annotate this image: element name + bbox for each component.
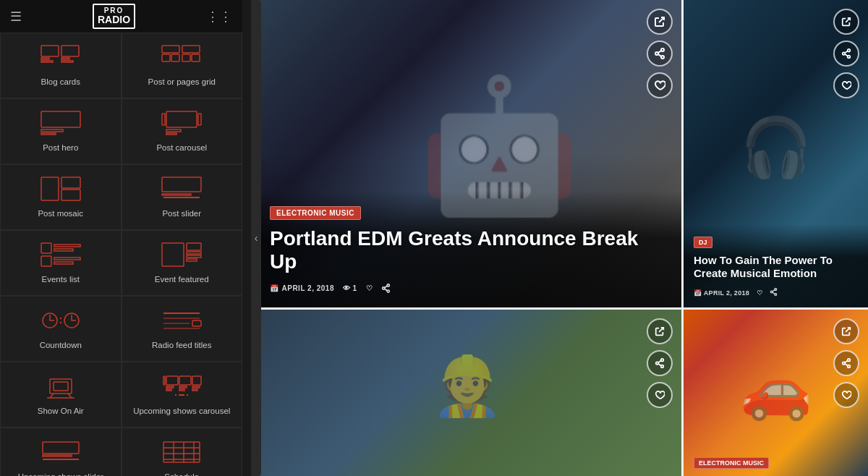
svg-point-80 [655, 52, 658, 55]
show-on-air-icon [39, 373, 82, 400]
side-like[interactable]: ♡ [757, 289, 762, 297]
sidebar-item-post-mosaic[interactable]: Post mosaic [0, 164, 122, 230]
svg-rect-2 [41, 61, 53, 62]
hero-card-actions [647, 9, 673, 98]
svg-rect-35 [187, 243, 201, 250]
svg-point-96 [771, 291, 773, 293]
schedule-icon [160, 438, 203, 466]
sidebar-item-label: Post carousel [156, 143, 207, 153]
svg-point-95 [775, 289, 777, 291]
svg-rect-58 [166, 389, 171, 391]
svg-point-103 [661, 365, 664, 368]
side-share-button[interactable] [833, 41, 859, 67]
svg-rect-7 [182, 46, 200, 53]
sidebar-item-upcoming-carousel[interactable]: Upcoming shows carousel [122, 362, 243, 428]
sidebar-item-label: Upcoming shows slider [18, 472, 103, 476]
svg-rect-62 [192, 389, 197, 391]
radio-feed-icon [160, 307, 203, 334]
sidebar-item-post-grid[interactable]: Post or pages grid [122, 33, 243, 98]
svg-line-106 [846, 328, 850, 332]
hero-link-button[interactable] [647, 9, 673, 35]
svg-rect-30 [54, 249, 73, 251]
sidebar-header: ☰ PRO RADIO ⋮⋮ [0, 0, 242, 33]
hero-title: Portland EDM Greats Announce Break Up [270, 227, 664, 273]
upcoming-slider-icon [39, 438, 82, 466]
event-featured-icon [160, 241, 203, 268]
svg-line-99 [773, 292, 775, 294]
sidebar-item-post-carousel[interactable]: Post carousel [122, 98, 243, 164]
hero-likes[interactable]: ♡ [366, 284, 373, 292]
svg-rect-32 [54, 258, 80, 260]
svg-line-89 [846, 18, 850, 22]
post-hero-icon [39, 109, 82, 137]
svg-rect-15 [166, 111, 197, 127]
hero-overlay: ELECTRONIC MUSIC Portland EDM Greats Ann… [252, 191, 681, 307]
sidebar-item-radio-feed[interactable]: Radio feed titles [122, 296, 243, 362]
sidebar-item-show-on-air[interactable]: Show On Air [0, 362, 122, 428]
bottom-right-link-button[interactable] [833, 318, 859, 344]
sidebar-item-label: Post hero [43, 143, 78, 153]
svg-line-83 [658, 54, 661, 56]
side-like-button[interactable] [833, 72, 859, 98]
post-carousel-icon [160, 109, 203, 137]
upcoming-carousel-icon [160, 373, 203, 400]
bottom-right-share-button[interactable] [833, 350, 859, 376]
svg-rect-18 [166, 129, 181, 132]
svg-rect-8 [162, 54, 170, 61]
side-link-button[interactable] [833, 9, 859, 35]
svg-rect-1 [41, 58, 49, 59]
bottom-left-share-button[interactable] [647, 350, 673, 376]
hero-card: ELECTRONIC MUSIC Portland EDM Greats Ann… [252, 0, 681, 307]
calendar-icon: 📅 [270, 284, 279, 292]
svg-rect-68 [53, 455, 61, 456]
hero-views[interactable]: 👁 1 [343, 284, 357, 292]
countdown-icon [39, 307, 82, 334]
svg-rect-12 [41, 111, 80, 127]
svg-rect-26 [182, 194, 191, 195]
sidebar-grid: Blog cards Post or pages grid [0, 33, 242, 476]
post-mosaic-icon [39, 175, 82, 203]
svg-rect-13 [41, 129, 63, 132]
bottom-right-like-button[interactable] [833, 382, 859, 408]
bottom-left-like-button[interactable] [647, 382, 673, 408]
hero-shares[interactable] [381, 284, 391, 293]
post-slider-icon [160, 175, 203, 203]
sidebar-item-schedule[interactable]: Schedule [122, 428, 243, 476]
side-share[interactable] [770, 288, 778, 297]
svg-rect-5 [61, 61, 73, 62]
svg-rect-53 [166, 376, 178, 385]
svg-rect-31 [41, 256, 51, 266]
sidebar-item-post-slider[interactable]: Post slider [122, 164, 243, 230]
grid-icon[interactable]: ⋮⋮ [206, 9, 232, 25]
sidebar-item-upcoming-slider[interactable]: Upcoming shows slider [0, 428, 122, 476]
hamburger-icon[interactable]: ☰ [10, 9, 22, 25]
hero-like-button[interactable] [647, 72, 673, 98]
svg-rect-4 [61, 58, 69, 59]
bottom-right-tag: ELECTRONIC MUSIC [694, 457, 769, 469]
eye-icon: 👁 [343, 284, 351, 292]
svg-rect-33 [54, 262, 73, 264]
main-content: ELECTRONIC MUSIC Portland EDM Greats Ann… [252, 0, 868, 476]
svg-rect-66 [43, 442, 79, 454]
bottom-left-link-button[interactable] [647, 318, 673, 344]
sidebar-item-post-hero[interactable]: Post hero [0, 98, 122, 164]
sidebar-item-events-list[interactable]: Events list [0, 230, 122, 296]
logo: PRO RADIO [93, 4, 135, 28]
svg-rect-46 [192, 320, 201, 326]
svg-point-79 [661, 48, 664, 51]
sidebar-item-blog-cards[interactable]: Blog cards [0, 33, 122, 98]
sidebar-item-event-featured[interactable]: Event featured [122, 230, 243, 296]
svg-rect-0 [41, 46, 59, 56]
sidebar-item-countdown[interactable]: Countdown [0, 296, 122, 362]
hero-meta: 📅 APRIL 2, 2018 👁 1 ♡ [270, 284, 664, 293]
sidebar-item-label: Blog cards [41, 77, 80, 88]
svg-rect-6 [162, 46, 179, 53]
collapse-sidebar-button[interactable]: ‹ [251, 0, 261, 476]
hero-share-button[interactable] [647, 41, 673, 67]
side-title: How To Gain The Power To Create Musical … [694, 254, 858, 281]
svg-line-82 [658, 51, 661, 53]
svg-point-84 [387, 284, 389, 286]
svg-line-98 [773, 290, 775, 292]
svg-rect-59 [179, 386, 187, 388]
svg-rect-24 [162, 194, 171, 195]
